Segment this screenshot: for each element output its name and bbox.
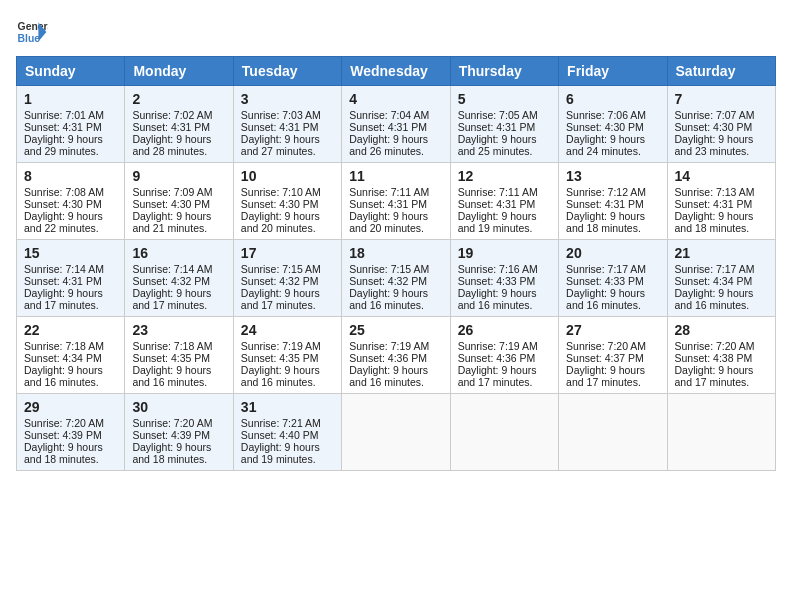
- daylight-label: Daylight: 9 hours and 23 minutes.: [675, 133, 754, 157]
- day-number: 2: [132, 91, 225, 107]
- sunrise-label: Sunrise: 7:15 AM: [349, 263, 429, 275]
- sunset-label: Sunset: 4:34 PM: [675, 275, 753, 287]
- sunrise-label: Sunrise: 7:18 AM: [24, 340, 104, 352]
- sunrise-label: Sunrise: 7:21 AM: [241, 417, 321, 429]
- sunset-label: Sunset: 4:32 PM: [349, 275, 427, 287]
- sunset-label: Sunset: 4:30 PM: [241, 198, 319, 210]
- daylight-label: Daylight: 9 hours and 20 minutes.: [349, 210, 428, 234]
- header-sunday: Sunday: [17, 57, 125, 86]
- daylight-label: Daylight: 9 hours and 19 minutes.: [241, 441, 320, 465]
- daylight-label: Daylight: 9 hours and 16 minutes.: [132, 364, 211, 388]
- day-number: 9: [132, 168, 225, 184]
- day-number: 3: [241, 91, 334, 107]
- sunset-label: Sunset: 4:31 PM: [24, 121, 102, 133]
- calendar-day-2: 2Sunrise: 7:02 AMSunset: 4:31 PMDaylight…: [125, 86, 233, 163]
- sunrise-label: Sunrise: 7:07 AM: [675, 109, 755, 121]
- sunset-label: Sunset: 4:39 PM: [132, 429, 210, 441]
- sunrise-label: Sunrise: 7:04 AM: [349, 109, 429, 121]
- day-number: 24: [241, 322, 334, 338]
- sunset-label: Sunset: 4:31 PM: [132, 121, 210, 133]
- day-number: 31: [241, 399, 334, 415]
- calendar-week-4: 22Sunrise: 7:18 AMSunset: 4:34 PMDayligh…: [17, 317, 776, 394]
- sunset-label: Sunset: 4:32 PM: [132, 275, 210, 287]
- day-number: 29: [24, 399, 117, 415]
- day-number: 30: [132, 399, 225, 415]
- sunset-label: Sunset: 4:36 PM: [349, 352, 427, 364]
- daylight-label: Daylight: 9 hours and 16 minutes.: [458, 287, 537, 311]
- header-monday: Monday: [125, 57, 233, 86]
- calendar-empty: [559, 394, 667, 471]
- daylight-label: Daylight: 9 hours and 25 minutes.: [458, 133, 537, 157]
- sunrise-label: Sunrise: 7:20 AM: [24, 417, 104, 429]
- sunrise-label: Sunrise: 7:19 AM: [349, 340, 429, 352]
- sunrise-label: Sunrise: 7:20 AM: [566, 340, 646, 352]
- day-number: 15: [24, 245, 117, 261]
- calendar-day-1: 1Sunrise: 7:01 AMSunset: 4:31 PMDaylight…: [17, 86, 125, 163]
- daylight-label: Daylight: 9 hours and 16 minutes.: [675, 287, 754, 311]
- daylight-label: Daylight: 9 hours and 16 minutes.: [241, 364, 320, 388]
- sunset-label: Sunset: 4:33 PM: [458, 275, 536, 287]
- daylight-label: Daylight: 9 hours and 17 minutes.: [458, 364, 537, 388]
- calendar-day-19: 19Sunrise: 7:16 AMSunset: 4:33 PMDayligh…: [450, 240, 558, 317]
- sunset-label: Sunset: 4:31 PM: [675, 198, 753, 210]
- daylight-label: Daylight: 9 hours and 17 minutes.: [241, 287, 320, 311]
- calendar-day-10: 10Sunrise: 7:10 AMSunset: 4:30 PMDayligh…: [233, 163, 341, 240]
- daylight-label: Daylight: 9 hours and 28 minutes.: [132, 133, 211, 157]
- sunrise-label: Sunrise: 7:11 AM: [458, 186, 538, 198]
- sunset-label: Sunset: 4:30 PM: [24, 198, 102, 210]
- daylight-label: Daylight: 9 hours and 20 minutes.: [241, 210, 320, 234]
- calendar-day-30: 30Sunrise: 7:20 AMSunset: 4:39 PMDayligh…: [125, 394, 233, 471]
- calendar-day-28: 28Sunrise: 7:20 AMSunset: 4:38 PMDayligh…: [667, 317, 775, 394]
- calendar-week-2: 8Sunrise: 7:08 AMSunset: 4:30 PMDaylight…: [17, 163, 776, 240]
- daylight-label: Daylight: 9 hours and 21 minutes.: [132, 210, 211, 234]
- sunset-label: Sunset: 4:31 PM: [458, 198, 536, 210]
- sunrise-label: Sunrise: 7:13 AM: [675, 186, 755, 198]
- day-number: 12: [458, 168, 551, 184]
- sunrise-label: Sunrise: 7:12 AM: [566, 186, 646, 198]
- calendar-day-27: 27Sunrise: 7:20 AMSunset: 4:37 PMDayligh…: [559, 317, 667, 394]
- daylight-label: Daylight: 9 hours and 18 minutes.: [132, 441, 211, 465]
- sunset-label: Sunset: 4:33 PM: [566, 275, 644, 287]
- day-number: 1: [24, 91, 117, 107]
- daylight-label: Daylight: 9 hours and 19 minutes.: [458, 210, 537, 234]
- sunrise-label: Sunrise: 7:10 AM: [241, 186, 321, 198]
- calendar-day-12: 12Sunrise: 7:11 AMSunset: 4:31 PMDayligh…: [450, 163, 558, 240]
- header-tuesday: Tuesday: [233, 57, 341, 86]
- calendar-empty: [450, 394, 558, 471]
- calendar-day-15: 15Sunrise: 7:14 AMSunset: 4:31 PMDayligh…: [17, 240, 125, 317]
- sunset-label: Sunset: 4:38 PM: [675, 352, 753, 364]
- calendar-day-7: 7Sunrise: 7:07 AMSunset: 4:30 PMDaylight…: [667, 86, 775, 163]
- daylight-label: Daylight: 9 hours and 18 minutes.: [675, 210, 754, 234]
- sunset-label: Sunset: 4:37 PM: [566, 352, 644, 364]
- calendar-week-1: 1Sunrise: 7:01 AMSunset: 4:31 PMDaylight…: [17, 86, 776, 163]
- sunset-label: Sunset: 4:30 PM: [566, 121, 644, 133]
- day-number: 13: [566, 168, 659, 184]
- daylight-label: Daylight: 9 hours and 18 minutes.: [566, 210, 645, 234]
- sunset-label: Sunset: 4:31 PM: [349, 198, 427, 210]
- sunset-label: Sunset: 4:39 PM: [24, 429, 102, 441]
- calendar-day-18: 18Sunrise: 7:15 AMSunset: 4:32 PMDayligh…: [342, 240, 450, 317]
- daylight-label: Daylight: 9 hours and 16 minutes.: [349, 287, 428, 311]
- calendar-day-3: 3Sunrise: 7:03 AMSunset: 4:31 PMDaylight…: [233, 86, 341, 163]
- sunrise-label: Sunrise: 7:08 AM: [24, 186, 104, 198]
- header-friday: Friday: [559, 57, 667, 86]
- day-number: 10: [241, 168, 334, 184]
- daylight-label: Daylight: 9 hours and 17 minutes.: [132, 287, 211, 311]
- calendar-day-22: 22Sunrise: 7:18 AMSunset: 4:34 PMDayligh…: [17, 317, 125, 394]
- calendar-day-8: 8Sunrise: 7:08 AMSunset: 4:30 PMDaylight…: [17, 163, 125, 240]
- sunrise-label: Sunrise: 7:11 AM: [349, 186, 429, 198]
- calendar-day-11: 11Sunrise: 7:11 AMSunset: 4:31 PMDayligh…: [342, 163, 450, 240]
- calendar-day-29: 29Sunrise: 7:20 AMSunset: 4:39 PMDayligh…: [17, 394, 125, 471]
- calendar-day-9: 9Sunrise: 7:09 AMSunset: 4:30 PMDaylight…: [125, 163, 233, 240]
- sunset-label: Sunset: 4:31 PM: [349, 121, 427, 133]
- day-number: 8: [24, 168, 117, 184]
- calendar-day-17: 17Sunrise: 7:15 AMSunset: 4:32 PMDayligh…: [233, 240, 341, 317]
- calendar-day-23: 23Sunrise: 7:18 AMSunset: 4:35 PMDayligh…: [125, 317, 233, 394]
- day-number: 7: [675, 91, 768, 107]
- sunrise-label: Sunrise: 7:16 AM: [458, 263, 538, 275]
- calendar-day-5: 5Sunrise: 7:05 AMSunset: 4:31 PMDaylight…: [450, 86, 558, 163]
- day-number: 16: [132, 245, 225, 261]
- calendar-empty: [667, 394, 775, 471]
- sunrise-label: Sunrise: 7:02 AM: [132, 109, 212, 121]
- header: General Blue: [16, 16, 776, 48]
